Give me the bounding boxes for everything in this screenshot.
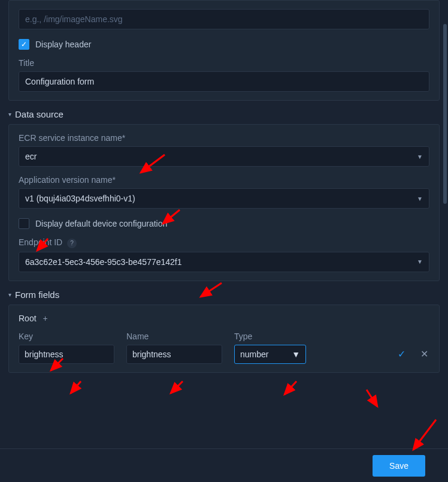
form-fields-panel: Root + Key Name Type number ▼ ✓ xyxy=(8,305,440,373)
ecr-select[interactable]: ecr ▼ xyxy=(19,146,429,167)
display-default-checkbox[interactable] xyxy=(19,218,29,229)
key-input[interactable] xyxy=(19,345,114,364)
save-button[interactable]: Save xyxy=(373,455,425,477)
chevron-down-icon: ▼ xyxy=(417,195,423,202)
title-input[interactable] xyxy=(19,71,429,92)
display-default-label: Display default device configuration xyxy=(35,219,167,228)
check-icon: ✓ xyxy=(398,348,405,360)
confirm-field-button[interactable]: ✓ xyxy=(396,345,407,364)
footer: Save xyxy=(0,448,448,482)
scrollbar[interactable] xyxy=(443,24,447,204)
display-header-checkbox[interactable]: ✓ xyxy=(19,39,29,50)
caret-down-icon: ▾ xyxy=(8,291,11,298)
form-fields-header[interactable]: ▾ Form fields xyxy=(8,290,440,300)
caret-down-icon: ▾ xyxy=(8,111,11,118)
endpoint-label: Endpoint ID ? xyxy=(19,237,429,248)
appearance-panel: ✓ Display header Title xyxy=(8,0,440,101)
add-field-button[interactable]: + xyxy=(41,314,50,323)
chevron-down-icon: ▼ xyxy=(417,258,423,265)
type-column-label: Type xyxy=(234,332,306,341)
close-icon: ✕ xyxy=(420,348,428,360)
name-input[interactable] xyxy=(126,345,222,364)
type-select[interactable]: number ▼ xyxy=(234,345,306,364)
endpoint-select[interactable]: 6a3c62e1-5ec3-456e-95c3-be4577e142f1 ▼ xyxy=(19,252,429,272)
root-label: Root xyxy=(19,314,37,323)
app-version-label: Application version name* xyxy=(19,175,429,185)
title-label: Title xyxy=(19,58,429,68)
name-column-label: Name xyxy=(126,332,222,341)
data-source-panel: ECR service instance name* ecr ▼ Applica… xyxy=(8,124,440,281)
app-version-select[interactable]: v1 (bquj4ia03p4dsvefhhi0-v1) ▼ xyxy=(19,188,429,209)
key-column-label: Key xyxy=(19,332,114,341)
remove-field-button[interactable]: ✕ xyxy=(419,345,429,364)
check-icon: ✓ xyxy=(21,41,27,48)
chevron-down-icon: ▼ xyxy=(417,153,423,160)
data-source-header[interactable]: ▾ Data source xyxy=(8,109,440,119)
display-header-label: Display header xyxy=(35,40,91,49)
image-path-input[interactable] xyxy=(19,9,429,29)
help-icon[interactable]: ? xyxy=(67,239,77,248)
ecr-label: ECR service instance name* xyxy=(19,133,429,143)
chevron-down-icon: ▼ xyxy=(292,350,300,359)
